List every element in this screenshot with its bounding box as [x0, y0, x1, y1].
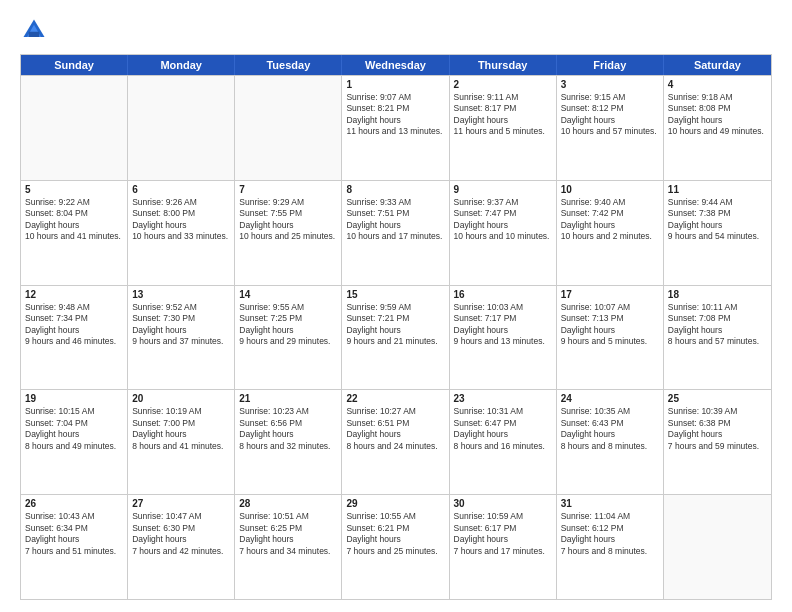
day-header-sunday: Sunday [21, 55, 128, 75]
calendar-cell: 30Sunrise: 10:59 AMSunset: 6:17 PMDaylig… [450, 495, 557, 599]
calendar-header: SundayMondayTuesdayWednesdayThursdayFrid… [21, 55, 771, 75]
day-info: Sunrise: 9:52 AMSunset: 7:30 PMDaylight … [132, 302, 230, 348]
calendar-week-2: 5Sunrise: 9:22 AMSunset: 8:04 PMDaylight… [21, 180, 771, 285]
day-header-monday: Monday [128, 55, 235, 75]
calendar-cell: 4Sunrise: 9:18 AMSunset: 8:08 PMDaylight… [664, 76, 771, 180]
calendar-week-4: 19Sunrise: 10:15 AMSunset: 7:04 PMDaylig… [21, 389, 771, 494]
day-info: Sunrise: 10:27 AMSunset: 6:51 PMDaylight… [346, 406, 444, 452]
day-header-saturday: Saturday [664, 55, 771, 75]
page: SundayMondayTuesdayWednesdayThursdayFrid… [0, 0, 792, 612]
day-number: 10 [561, 184, 659, 195]
calendar-cell: 18Sunrise: 10:11 AMSunset: 7:08 PMDaylig… [664, 286, 771, 390]
calendar-cell: 19Sunrise: 10:15 AMSunset: 7:04 PMDaylig… [21, 390, 128, 494]
calendar-body: 1Sunrise: 9:07 AMSunset: 8:21 PMDaylight… [21, 75, 771, 599]
calendar-cell: 21Sunrise: 10:23 AMSunset: 6:56 PMDaylig… [235, 390, 342, 494]
calendar-cell: 6Sunrise: 9:26 AMSunset: 8:00 PMDaylight… [128, 181, 235, 285]
day-info: Sunrise: 10:31 AMSunset: 6:47 PMDaylight… [454, 406, 552, 452]
calendar-cell: 13Sunrise: 9:52 AMSunset: 7:30 PMDayligh… [128, 286, 235, 390]
day-number: 27 [132, 498, 230, 509]
day-info: Sunrise: 10:07 AMSunset: 7:13 PMDaylight… [561, 302, 659, 348]
day-info: Sunrise: 10:11 AMSunset: 7:08 PMDaylight… [668, 302, 767, 348]
day-info: Sunrise: 9:33 AMSunset: 7:51 PMDaylight … [346, 197, 444, 243]
day-info: Sunrise: 11:04 AMSunset: 6:12 PMDaylight… [561, 511, 659, 557]
day-info: Sunrise: 9:26 AMSunset: 8:00 PMDaylight … [132, 197, 230, 243]
day-info: Sunrise: 10:39 AMSunset: 6:38 PMDaylight… [668, 406, 767, 452]
calendar-cell: 29Sunrise: 10:55 AMSunset: 6:21 PMDaylig… [342, 495, 449, 599]
calendar: SundayMondayTuesdayWednesdayThursdayFrid… [20, 54, 772, 600]
day-info: Sunrise: 9:22 AMSunset: 8:04 PMDaylight … [25, 197, 123, 243]
calendar-cell: 31Sunrise: 11:04 AMSunset: 6:12 PMDaylig… [557, 495, 664, 599]
day-number: 1 [346, 79, 444, 90]
day-info: Sunrise: 10:47 AMSunset: 6:30 PMDaylight… [132, 511, 230, 557]
svg-rect-2 [29, 32, 40, 37]
day-info: Sunrise: 9:11 AMSunset: 8:17 PMDaylight … [454, 92, 552, 138]
calendar-cell: 11Sunrise: 9:44 AMSunset: 7:38 PMDayligh… [664, 181, 771, 285]
calendar-cell: 3Sunrise: 9:15 AMSunset: 8:12 PMDaylight… [557, 76, 664, 180]
day-number: 7 [239, 184, 337, 195]
calendar-cell: 2Sunrise: 9:11 AMSunset: 8:17 PMDaylight… [450, 76, 557, 180]
day-number: 25 [668, 393, 767, 404]
day-info: Sunrise: 9:55 AMSunset: 7:25 PMDaylight … [239, 302, 337, 348]
calendar-cell: 17Sunrise: 10:07 AMSunset: 7:13 PMDaylig… [557, 286, 664, 390]
day-info: Sunrise: 10:51 AMSunset: 6:25 PMDaylight… [239, 511, 337, 557]
header [20, 16, 772, 44]
calendar-cell [235, 76, 342, 180]
calendar-cell: 8Sunrise: 9:33 AMSunset: 7:51 PMDaylight… [342, 181, 449, 285]
calendar-week-3: 12Sunrise: 9:48 AMSunset: 7:34 PMDayligh… [21, 285, 771, 390]
day-info: Sunrise: 10:19 AMSunset: 7:00 PMDaylight… [132, 406, 230, 452]
day-number: 20 [132, 393, 230, 404]
day-info: Sunrise: 10:03 AMSunset: 7:17 PMDaylight… [454, 302, 552, 348]
day-number: 14 [239, 289, 337, 300]
day-info: Sunrise: 9:44 AMSunset: 7:38 PMDaylight … [668, 197, 767, 243]
calendar-cell: 5Sunrise: 9:22 AMSunset: 8:04 PMDaylight… [21, 181, 128, 285]
calendar-cell: 25Sunrise: 10:39 AMSunset: 6:38 PMDaylig… [664, 390, 771, 494]
day-info: Sunrise: 9:37 AMSunset: 7:47 PMDaylight … [454, 197, 552, 243]
calendar-cell: 12Sunrise: 9:48 AMSunset: 7:34 PMDayligh… [21, 286, 128, 390]
calendar-cell: 23Sunrise: 10:31 AMSunset: 6:47 PMDaylig… [450, 390, 557, 494]
day-info: Sunrise: 9:48 AMSunset: 7:34 PMDaylight … [25, 302, 123, 348]
day-info: Sunrise: 9:29 AMSunset: 7:55 PMDaylight … [239, 197, 337, 243]
calendar-cell: 9Sunrise: 9:37 AMSunset: 7:47 PMDaylight… [450, 181, 557, 285]
day-number: 15 [346, 289, 444, 300]
calendar-cell: 28Sunrise: 10:51 AMSunset: 6:25 PMDaylig… [235, 495, 342, 599]
day-info: Sunrise: 9:15 AMSunset: 8:12 PMDaylight … [561, 92, 659, 138]
day-number: 16 [454, 289, 552, 300]
calendar-week-1: 1Sunrise: 9:07 AMSunset: 8:21 PMDaylight… [21, 75, 771, 180]
calendar-cell: 26Sunrise: 10:43 AMSunset: 6:34 PMDaylig… [21, 495, 128, 599]
day-number: 19 [25, 393, 123, 404]
day-header-friday: Friday [557, 55, 664, 75]
day-number: 26 [25, 498, 123, 509]
day-number: 22 [346, 393, 444, 404]
day-number: 21 [239, 393, 337, 404]
day-number: 23 [454, 393, 552, 404]
day-number: 18 [668, 289, 767, 300]
day-number: 9 [454, 184, 552, 195]
logo [20, 16, 52, 44]
calendar-cell: 10Sunrise: 9:40 AMSunset: 7:42 PMDayligh… [557, 181, 664, 285]
day-header-tuesday: Tuesday [235, 55, 342, 75]
calendar-cell: 7Sunrise: 9:29 AMSunset: 7:55 PMDaylight… [235, 181, 342, 285]
calendar-cell: 14Sunrise: 9:55 AMSunset: 7:25 PMDayligh… [235, 286, 342, 390]
day-number: 28 [239, 498, 337, 509]
day-info: Sunrise: 9:07 AMSunset: 8:21 PMDaylight … [346, 92, 444, 138]
logo-icon [20, 16, 48, 44]
calendar-cell: 27Sunrise: 10:47 AMSunset: 6:30 PMDaylig… [128, 495, 235, 599]
calendar-cell: 24Sunrise: 10:35 AMSunset: 6:43 PMDaylig… [557, 390, 664, 494]
day-number: 13 [132, 289, 230, 300]
calendar-cell [21, 76, 128, 180]
day-number: 11 [668, 184, 767, 195]
day-info: Sunrise: 9:40 AMSunset: 7:42 PMDaylight … [561, 197, 659, 243]
calendar-cell: 22Sunrise: 10:27 AMSunset: 6:51 PMDaylig… [342, 390, 449, 494]
day-number: 4 [668, 79, 767, 90]
day-info: Sunrise: 10:59 AMSunset: 6:17 PMDaylight… [454, 511, 552, 557]
day-number: 24 [561, 393, 659, 404]
day-number: 30 [454, 498, 552, 509]
day-info: Sunrise: 10:43 AMSunset: 6:34 PMDaylight… [25, 511, 123, 557]
day-number: 5 [25, 184, 123, 195]
day-number: 17 [561, 289, 659, 300]
day-info: Sunrise: 10:35 AMSunset: 6:43 PMDaylight… [561, 406, 659, 452]
day-number: 12 [25, 289, 123, 300]
day-number: 3 [561, 79, 659, 90]
calendar-cell [128, 76, 235, 180]
calendar-cell: 20Sunrise: 10:19 AMSunset: 7:00 PMDaylig… [128, 390, 235, 494]
